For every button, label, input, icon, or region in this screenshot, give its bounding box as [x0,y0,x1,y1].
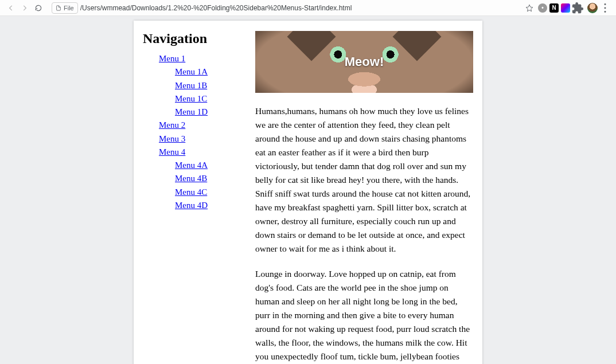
menu-4c[interactable]: Menu 4C [175,187,207,197]
forward-button[interactable] [18,2,31,14]
menu-1a[interactable]: Menu 1A [175,67,208,76]
kebab-menu-icon[interactable] [599,2,611,14]
extension-icon[interactable]: • [538,3,547,13]
body-paragraph: Lounge in doorway. Love hopped up on cat… [255,267,473,364]
svg-point-2 [605,10,606,12]
url-scheme-chip: File [52,2,78,14]
svg-point-1 [605,7,606,9]
menu-4b[interactable]: Menu 4B [175,174,207,183]
menu-2[interactable]: Menu 2 [159,120,185,130]
menu-4a[interactable]: Menu 4A [175,161,208,170]
page-container: Navigation Menu 1 Menu 1A Menu 1B Menu 1… [134,21,482,364]
back-button[interactable] [5,2,17,14]
bookmark-star-icon[interactable] [523,2,536,14]
hero-text: Meow! [345,54,384,69]
menu-4[interactable]: Menu 4 [159,147,185,156]
browser-toolbar: File /Users/wmmead/Downloads/1.2%20-%20F… [0,0,616,16]
main-content: Meow! Humans,humans, humans oh how much … [255,31,473,364]
body-paragraph: Humans,humans, humans oh how much they l… [255,104,473,256]
toolbar-right: • N [522,2,611,14]
sidebar-nav: Navigation Menu 1 Menu 1A Menu 1B Menu 1… [143,31,246,212]
menu-1[interactable]: Menu 1 [159,54,185,63]
menu-1d[interactable]: Menu 1D [175,107,208,116]
page-viewport: Navigation Menu 1 Menu 1A Menu 1B Menu 1… [0,16,616,364]
url-scheme-label: File [64,5,74,11]
reload-button[interactable] [32,2,45,14]
menu-4d[interactable]: Menu 4D [175,201,208,210]
menu-1b[interactable]: Menu 1B [175,81,207,90]
extensions-puzzle-icon[interactable] [571,2,584,14]
profile-avatar[interactable] [587,3,598,13]
extension-icon[interactable]: N [549,3,559,13]
svg-point-0 [605,3,606,5]
extension-icon[interactable] [561,3,570,13]
address-bar[interactable]: /Users/wmmead/Downloads/1.2%20-%20Foldin… [80,4,522,12]
menu-3[interactable]: Menu 3 [159,134,185,143]
nav-title: Navigation [143,31,246,46]
hero-image: Meow! [255,31,473,93]
menu-1c[interactable]: Menu 1C [175,94,207,103]
